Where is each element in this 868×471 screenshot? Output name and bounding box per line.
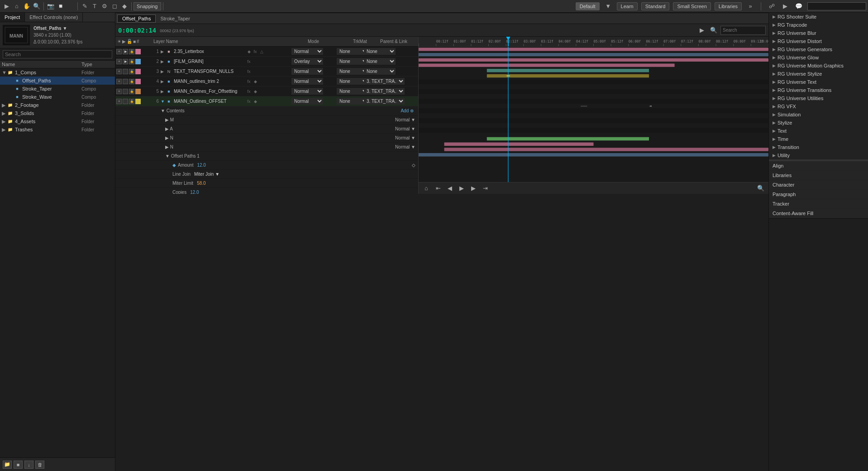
- effects-group-stylize[interactable]: ▶ Stylize: [769, 119, 868, 127]
- layer-row-2[interactable]: ☀ ▶ 🔓 2 ▶ ■ [FILM_GRAIN] fx: [115, 57, 418, 67]
- effects-group-utility[interactable]: ▶ Utility: [769, 151, 868, 159]
- audio-3[interactable]: [123, 69, 128, 74]
- ls-fx-6[interactable]: fx: [246, 99, 252, 104]
- ls-fx-4[interactable]: fx: [246, 79, 252, 84]
- hand-tool-icon[interactable]: ✋: [22, 2, 31, 11]
- tab-effect-controls[interactable]: Effect Controls (none): [25, 13, 83, 22]
- tree-arrow-1comps[interactable]: ▼: [2, 70, 6, 75]
- layer-row-1[interactable]: ☀ ▶ 🔓 1 ▶ ■ 2.35_Letterbox ◆ fx: [115, 47, 418, 57]
- tree-item-offset-paths[interactable]: ■ Offset_Paths Compo: [0, 77, 115, 85]
- workspace-learn[interactable]: Learn: [617, 2, 638, 10]
- color-6[interactable]: [135, 99, 141, 104]
- tl-prev-key-icon[interactable]: ⇤: [434, 184, 443, 193]
- pen-tool-icon[interactable]: ✎: [80, 2, 89, 11]
- timeline-tracks[interactable]: [419, 47, 768, 182]
- sub-miter-value[interactable]: 58.0: [193, 181, 205, 186]
- tree-arrow-trashes[interactable]: ▶: [2, 127, 6, 133]
- time-ruler[interactable]: 00:12f 01:00f 01:12f 02:00f 02:12f: [419, 37, 768, 47]
- expand-4[interactable]: ▶: [161, 79, 165, 84]
- ls-mo-6[interactable]: ◆: [253, 99, 258, 104]
- new-comp-btn[interactable]: ■: [14, 461, 23, 469]
- panel-character[interactable]: Character: [769, 180, 868, 190]
- effects-group-text[interactable]: ▶ Text: [769, 127, 868, 135]
- eye-1[interactable]: ☀: [116, 49, 122, 54]
- sub-copies-value[interactable]: 12.0: [186, 190, 199, 194]
- parent-select-5[interactable]: 3. TEXT_TRA...: [364, 88, 405, 95]
- eye-3[interactable]: ☀: [116, 69, 122, 74]
- panel-libraries[interactable]: Libraries: [769, 171, 868, 180]
- share-icon[interactable]: ▶: [781, 2, 790, 11]
- camera-tool-icon[interactable]: 📷: [46, 2, 55, 11]
- tree-item-trashes[interactable]: ▶ 📁 Trashes Folder: [0, 125, 115, 134]
- sub-row-contents[interactable]: ▼ Contents Add ⊕: [115, 106, 418, 115]
- effects-group-trapcode[interactable]: ▶ RG Trapcode: [769, 21, 868, 29]
- sub-amount-value[interactable]: 12.0: [193, 163, 205, 168]
- workspace-arrow[interactable]: ▼: [604, 2, 613, 11]
- sub-row-miterlimit[interactable]: Miter Limit 58.0: [115, 179, 418, 188]
- lock-3[interactable]: 🔓: [129, 69, 134, 74]
- parent-select-4[interactable]: 3. TEXT_TRA...: [364, 78, 405, 85]
- effects-group-universe-distort[interactable]: ▶ RG Universe Distort: [769, 37, 868, 45]
- audio-1[interactable]: ▶: [123, 49, 128, 54]
- ls-fx-5[interactable]: fx: [246, 89, 252, 94]
- timeline-search-input[interactable]: [720, 26, 766, 35]
- tree-item-stroke-wave[interactable]: ■ Stroke_Wave Compo: [0, 93, 115, 101]
- eye-6[interactable]: ☀: [116, 99, 122, 104]
- new-folder-btn[interactable]: 📁: [3, 461, 12, 469]
- panel-tracker-header[interactable]: Tracker: [769, 199, 868, 208]
- tree-arrow-footage[interactable]: ▶: [2, 102, 6, 108]
- brush-tool-icon[interactable]: ⚙: [100, 2, 109, 11]
- sub-row-linejoin[interactable]: Line Join Miter Join ▼: [115, 170, 418, 179]
- effects-group-universe-blur[interactable]: ▶ RG Universe Blur: [769, 29, 868, 37]
- sync-icon[interactable]: ☍: [767, 2, 776, 11]
- layer-row-6[interactable]: ☀ 🔓 6 ▼ ■ MANN_Outlines_OFFSET fx: [115, 96, 418, 106]
- tree-item-4assets[interactable]: ▶ 📁 4_Assets Folder: [0, 117, 115, 125]
- ls-fx-3[interactable]: fx: [246, 69, 252, 74]
- lock-6[interactable]: 🔓: [129, 99, 134, 104]
- color-2[interactable]: [135, 59, 141, 64]
- workspace-small-screen[interactable]: Small Screen: [673, 2, 711, 10]
- panel-character-header[interactable]: Character: [769, 180, 868, 189]
- effects-group-universe-text[interactable]: ▶ RG Universe Text: [769, 78, 868, 86]
- sub-row-n2[interactable]: ▶ N Normal ▼: [115, 143, 418, 152]
- sub-row-m[interactable]: ▶ M Normal ▼: [115, 115, 418, 125]
- expand-3[interactable]: ▶: [161, 69, 165, 74]
- grid-tool-icon[interactable]: ◽: [56, 2, 65, 11]
- mode-select-4[interactable]: Normal: [291, 78, 323, 85]
- parent-select-6[interactable]: 3. TEXT_TRA...: [364, 98, 405, 105]
- lock-2[interactable]: 🔓: [129, 59, 134, 64]
- effects-group-time[interactable]: ▶ Time: [769, 135, 868, 143]
- color-3[interactable]: [135, 69, 141, 74]
- mode-select-1[interactable]: Normal: [291, 48, 323, 55]
- eye-2[interactable]: ☀: [116, 59, 122, 64]
- effects-group-rg-vfx[interactable]: ▶ RG VFX: [769, 102, 868, 111]
- mode-select-3[interactable]: Normal: [291, 68, 323, 75]
- effects-group-universe-glow[interactable]: ▶ RG Universe Glow: [769, 53, 868, 62]
- expand-5[interactable]: ▶: [161, 89, 165, 94]
- tree-arrow-solids[interactable]: ▶: [2, 111, 6, 116]
- effects-group-universe-mg[interactable]: ▶ RG Universe Motion Graphics: [769, 62, 868, 70]
- tl-next-frame-icon[interactable]: ▶: [469, 184, 478, 193]
- delete-btn[interactable]: 🗑: [35, 461, 44, 469]
- tl-search-icon[interactable]: 🔍: [709, 26, 718, 35]
- ls-cont-1[interactable]: fx: [253, 49, 258, 54]
- lock-4[interactable]: 🔓: [129, 79, 134, 84]
- tl-play-pause-icon[interactable]: ▶: [457, 184, 466, 193]
- expand-2[interactable]: ▶: [161, 59, 165, 64]
- effects-group-universe-gen[interactable]: ▶ RG Universe Generators: [769, 45, 868, 53]
- workspace-libraries[interactable]: Libraries: [715, 2, 742, 10]
- panel-align[interactable]: Align: [769, 161, 868, 171]
- tree-arrow-assets[interactable]: ▶: [2, 119, 6, 125]
- layer-row-4[interactable]: ☀ 🔓 4 ▶ ■ MANN_outlines_trim 2 fx: [115, 77, 418, 87]
- panel-tracker[interactable]: Tracker: [769, 199, 868, 209]
- audio-4[interactable]: [123, 79, 128, 84]
- workspace-default[interactable]: Default: [576, 2, 600, 10]
- import-btn[interactable]: ↓: [24, 461, 33, 469]
- keyframe-diamond[interactable]: ◆: [172, 163, 176, 168]
- lock-5[interactable]: 🔓: [129, 89, 134, 94]
- tree-item-1comps[interactable]: ▼ 📁 1_Comps Folder: [0, 68, 115, 77]
- text-tool-icon[interactable]: T: [90, 2, 99, 11]
- effects-group-universe-stylize[interactable]: ▶ RG Universe Stylize: [769, 70, 868, 78]
- tree-item-2footage[interactable]: ▶ 📁 2_Footage Folder: [0, 101, 115, 109]
- panel-content-aware-header[interactable]: Content-Aware Fill: [769, 209, 868, 218]
